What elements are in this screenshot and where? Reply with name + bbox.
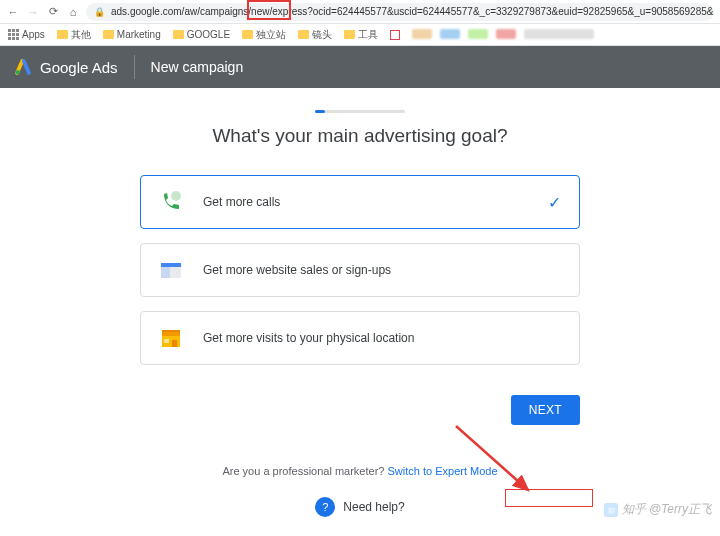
svg-point-1 [171,191,181,201]
google-ads-header: Google Ads New campaign [0,46,720,88]
switch-expert-link[interactable]: Switch to Expert Mode [388,465,498,477]
goal-label: Get more calls [203,195,280,209]
goal-label: Get more visits to your physical locatio… [203,331,414,345]
url-text: ads.google.com/aw/campaigns/new/express?… [111,6,714,17]
goal-label: Get more website sales or sign-ups [203,263,391,277]
progress-container [0,110,720,113]
folder-icon [242,30,253,39]
bookmark-folder-3[interactable]: GOOGLE [173,29,230,40]
next-button[interactable]: NEXT [511,395,580,425]
main-question: What's your main advertising goal? [0,125,720,147]
store-icon [159,326,183,350]
goal-option-location[interactable]: Get more visits to your physical locatio… [140,311,580,365]
bookmark-folder-2[interactable]: Marketing [103,29,161,40]
goal-option-calls[interactable]: Get more calls ✓ [140,175,580,229]
reload-icon[interactable]: ⟳ [46,5,60,19]
switch-prompt: Are you a professional marketer? [222,465,384,477]
apps-icon [8,29,19,40]
header-divider [134,55,135,79]
svg-text:知: 知 [606,505,615,514]
goal-options: Get more calls ✓ Get more website sales … [140,175,580,365]
product-name: Google Ads [40,59,118,76]
bookmark-folder-4[interactable]: 独立站 [242,28,286,42]
address-bar[interactable]: 🔒 ads.google.com/aw/campaigns/new/expres… [86,3,714,21]
lock-icon: 🔒 [94,7,105,17]
next-row: NEXT [140,395,580,425]
bookmark-folder-6[interactable]: 工具 [344,28,378,42]
goal-option-website[interactable]: Get more website sales or sign-ups [140,243,580,297]
svg-rect-7 [172,340,177,347]
check-icon: ✓ [548,193,561,212]
folder-icon [344,30,355,39]
folder-icon [173,30,184,39]
google-ads-logo[interactable]: Google Ads [14,58,118,76]
folder-icon [57,30,68,39]
website-icon [159,258,183,282]
svg-rect-2 [161,263,181,267]
browser-nav-row: ← → ⟳ ⌂ 🔒 ads.google.com/aw/campaigns/ne… [0,0,720,24]
bookmark-extra[interactable] [390,30,400,40]
svg-line-9 [456,426,528,490]
home-icon[interactable]: ⌂ [66,5,80,19]
folder-icon [103,30,114,39]
watermark: 知 知乎 @Terry正飞 [604,501,712,518]
back-icon[interactable]: ← [6,5,20,19]
svg-point-0 [16,70,21,75]
help-bubble-icon[interactable]: ? [315,497,335,517]
bookmark-folder-1[interactable]: 其他 [57,28,91,42]
help-label: Need help? [343,500,404,514]
bookmarks-bar: Apps 其他 Marketing GOOGLE 独立站 镜头 工具 [0,24,720,46]
folder-icon [298,30,309,39]
svg-rect-4 [161,267,170,278]
bookmark-folder-5[interactable]: 镜头 [298,28,332,42]
blurred-bookmarks [412,29,712,41]
forward-icon[interactable]: → [26,5,40,19]
page-title: New campaign [151,59,244,75]
google-ads-logo-icon [14,58,32,76]
phone-icon [159,190,183,214]
progress-bar [315,110,405,113]
grid-icon [390,30,400,40]
apps-button[interactable]: Apps [8,29,45,40]
switch-mode-row: Are you a professional marketer? Switch … [0,465,720,477]
svg-rect-6 [162,330,180,332]
svg-rect-8 [164,339,169,343]
